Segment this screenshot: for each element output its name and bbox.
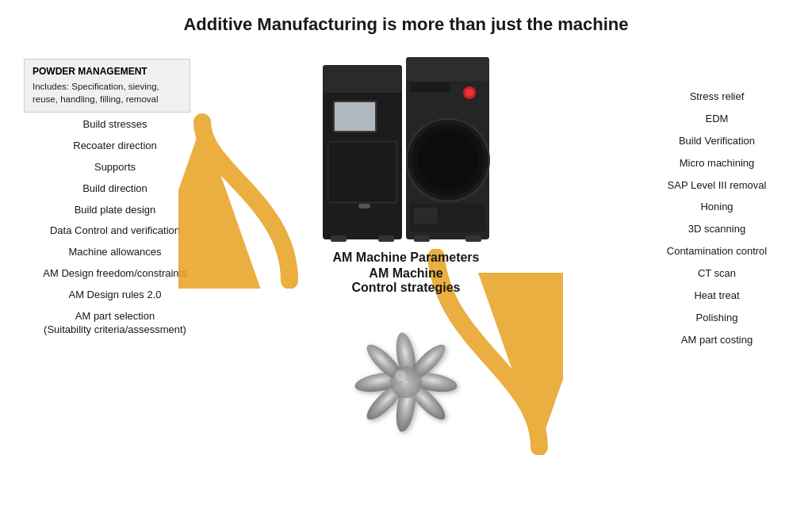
svg-rect-9 (358, 204, 370, 209)
page-title: Additive Manufacturing is more than just… (0, 0, 812, 43)
right-items-list: Stress relief EDM Build Verification Mic… (638, 90, 796, 356)
svg-rect-20 (465, 235, 481, 242)
list-item: Heat treat (638, 289, 796, 303)
svg-rect-16 (410, 82, 450, 92)
svg-point-12 (418, 130, 478, 190)
list-item: CT scan (638, 267, 796, 281)
list-item: SAP Level III removal (638, 179, 796, 193)
list-item: AM part selection(Suitability criteria/a… (24, 310, 206, 337)
svg-rect-17 (331, 235, 347, 242)
powder-box: POWDER MANAGEMENT Includes: Specificatio… (24, 59, 190, 113)
svg-rect-22 (414, 208, 438, 224)
svg-point-32 (390, 366, 422, 398)
powder-box-title: POWDER MANAGEMENT (33, 66, 182, 77)
am-part-image (347, 324, 465, 439)
main-content: POWDER MANAGEMENT Includes: Specificatio… (0, 43, 812, 523)
am-machine-image (319, 49, 493, 247)
list-item: AM part costing (638, 334, 796, 347)
am-params-label: AM Machine Parameters (333, 251, 480, 265)
svg-point-15 (465, 89, 473, 97)
am-control-label: AM MachineControl strategies (333, 266, 480, 295)
list-item: Honing (638, 201, 796, 214)
list-item: 3D scanning (638, 223, 796, 236)
list-item: Build Verification (638, 135, 796, 148)
am-machine-labels: AM Machine Parameters AM MachineControl … (333, 251, 480, 295)
list-item: EDM (638, 113, 796, 126)
list-item: Polishing (638, 312, 796, 325)
list-item: Contamination control (638, 245, 796, 258)
powder-box-desc: Includes: Specification, sieving, reuse,… (33, 80, 182, 105)
list-item: AM Design rules 2.0 (24, 289, 206, 302)
svg-rect-4 (323, 65, 402, 93)
svg-rect-19 (414, 235, 430, 242)
svg-rect-6 (335, 102, 375, 131)
svg-rect-8 (328, 142, 396, 202)
list-item: Micro machining (638, 157, 796, 170)
left-arrow-icon (178, 106, 321, 289)
list-item: Stress relief (638, 90, 796, 104)
svg-rect-18 (378, 235, 394, 242)
svg-rect-13 (406, 57, 489, 81)
svg-point-33 (395, 370, 406, 381)
